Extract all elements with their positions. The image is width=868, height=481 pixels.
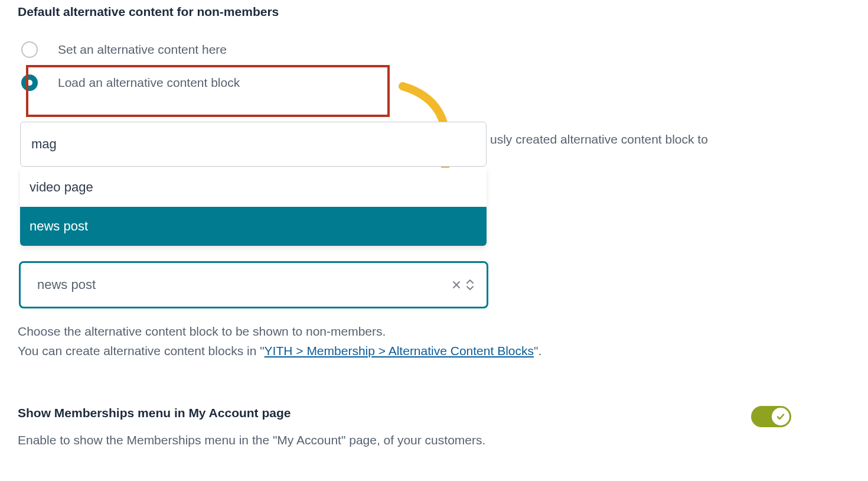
description-text-partial: usly created alternative content block t… (490, 130, 797, 149)
radio-option-set-content[interactable]: Set an alternative content here (18, 33, 850, 66)
content-block-search: video page news post (18, 122, 490, 167)
radio-group: Set an alternative content here Load an … (18, 33, 850, 99)
setting-title: Show Memberships menu in My Account page (18, 406, 751, 420)
radio-label: Set an alternative content here (58, 43, 227, 57)
search-input[interactable] (20, 122, 487, 167)
radio-icon (21, 74, 38, 91)
clear-icon[interactable] (452, 281, 461, 289)
radio-option-load-block[interactable]: Load an alternative content block (18, 66, 850, 99)
dropdown-item-video-page[interactable]: video page (20, 168, 487, 207)
selected-block-value: news post (37, 277, 96, 292)
help-text: Choose the alternative content block to … (18, 321, 850, 361)
radio-icon (21, 41, 38, 58)
selected-content-block-select[interactable]: news post (19, 261, 488, 308)
search-dropdown: video page news post (20, 168, 487, 246)
help-line-2: You can create alternative content block… (18, 341, 850, 361)
dropdown-item-news-post[interactable]: news post (20, 207, 487, 246)
alternative-content-blocks-link[interactable]: YITH > Membership > Alternative Content … (265, 344, 534, 358)
section-title: Default alternative content for non-memb… (18, 5, 850, 19)
help-line-1: Choose the alternative content block to … (18, 321, 850, 342)
show-memberships-toggle[interactable] (751, 406, 791, 427)
setting-description: Enable to show the Memberships menu in t… (18, 433, 751, 447)
toggle-knob (772, 408, 789, 425)
show-memberships-setting: Show Memberships menu in My Account page… (18, 406, 791, 447)
radio-label: Load an alternative content block (58, 76, 240, 90)
select-controls (452, 278, 475, 291)
chevron-updown-icon[interactable] (465, 278, 475, 291)
check-icon (776, 412, 785, 421)
